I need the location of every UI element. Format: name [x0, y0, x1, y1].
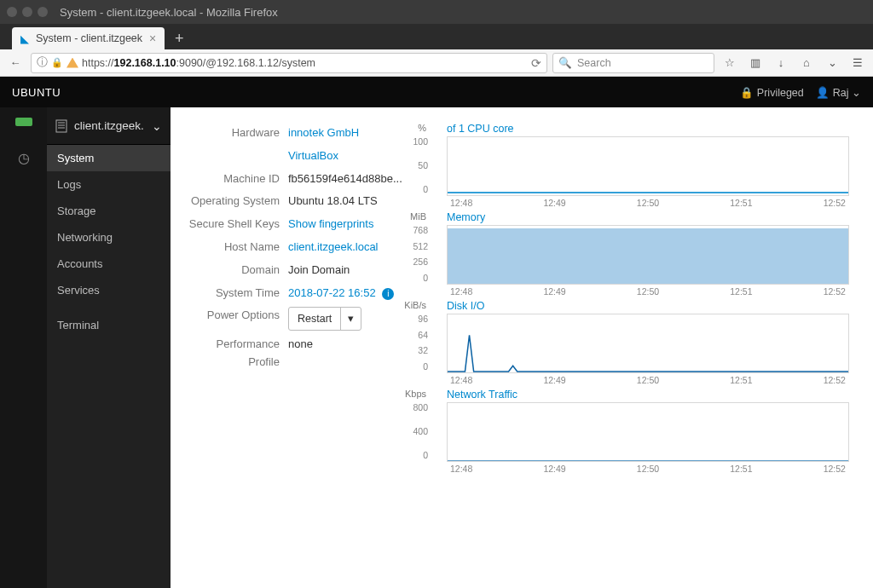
xtick: 12:49 — [543, 286, 565, 297]
network-series-line — [448, 460, 848, 462]
ytick: 800 — [409, 402, 428, 412]
content-area: Hardware innotek GmbH VirtualBox Machine… — [171, 107, 873, 588]
window-title: System - client.itzgeek.local - Mozilla … — [60, 6, 278, 19]
chart-disk-plot[interactable] — [447, 314, 849, 373]
label-hostname: Host Name — [188, 239, 288, 257]
chart-memory: MiB Memory 768 512 256 0 12:48 12:49 12:… — [430, 213, 849, 297]
power-options-dropdown[interactable]: ▾ — [340, 308, 361, 330]
user-icon: 👤 — [816, 87, 830, 99]
chart-network-title[interactable]: Network Traffic — [447, 389, 517, 401]
bookmark-star-icon[interactable]: ☆ — [720, 53, 740, 73]
menu-icon[interactable]: ☰ — [847, 53, 868, 73]
chart-memory-unit: MiB — [404, 211, 426, 222]
lock-icon: 🔒 — [51, 57, 63, 68]
nav-system[interactable]: System — [47, 145, 171, 171]
ytick: 768 — [409, 225, 428, 235]
tab-close-button[interactable]: × — [149, 32, 156, 44]
window-minimize-button[interactable] — [22, 7, 32, 17]
xtick: 12:50 — [637, 286, 659, 297]
nav-logs[interactable]: Logs — [47, 171, 171, 198]
value-domain[interactable]: Join Domain — [288, 262, 350, 280]
chart-disk: KiB/s Disk I/O 96 64 32 0 12:48 — [430, 302, 849, 385]
chevron-down-icon: ⌄ — [152, 119, 162, 133]
value-virtualbox[interactable]: VirtualBox — [288, 147, 338, 165]
chart-cpu-title[interactable]: of 1 CPU core — [447, 123, 514, 135]
host-icon-column: ◷ — [0, 107, 47, 588]
chart-disk-title[interactable]: Disk I/O — [447, 300, 484, 312]
xtick: 12:49 — [543, 375, 565, 385]
ytick: 512 — [409, 241, 428, 251]
nav-services[interactable]: Services — [47, 277, 171, 303]
chart-cpu-yaxis: 100 50 0 — [409, 136, 428, 194]
cockpit-topbar: UBUNTU 🔒Privileged 👤Raj ⌄ — [0, 77, 873, 107]
window-controls — [7, 7, 48, 17]
library-icon[interactable]: ▥ — [745, 53, 766, 73]
ytick: 96 — [409, 314, 428, 324]
value-machine-id: fb56159f4e614d88be... — [288, 170, 402, 188]
chart-network-xaxis: 12:48 12:49 12:50 12:51 12:52 — [447, 462, 849, 474]
host-name: client.itzgeek.... — [74, 119, 145, 132]
ytick: 400 — [409, 426, 428, 436]
chart-disk-xaxis: 12:48 12:49 12:50 12:51 12:52 — [447, 373, 849, 385]
chart-memory-yaxis: 768 512 256 0 — [409, 225, 428, 283]
systime-text: 2018-07-22 16:52 — [288, 286, 376, 299]
downloads-icon[interactable]: ↓ — [771, 53, 791, 73]
label-os: Operating System — [188, 193, 288, 210]
reload-button[interactable]: ⟳ — [531, 56, 541, 70]
url-scheme: https:// — [82, 57, 114, 69]
home-icon[interactable]: ⌂ — [796, 53, 817, 73]
xtick: 12:50 — [637, 464, 659, 474]
xtick: 12:48 — [450, 198, 472, 208]
xtick: 12:48 — [450, 464, 472, 474]
back-button[interactable]: ← — [5, 53, 26, 73]
xtick: 12:50 — [637, 198, 659, 208]
host-picker[interactable]: client.itzgeek.... ⌄ — [47, 107, 171, 145]
xtick: 12:52 — [824, 198, 846, 208]
chart-network-unit: Kbps — [404, 389, 426, 399]
privileged-label: Privileged — [757, 87, 804, 99]
value-systime[interactable]: 2018-07-22 16:52 i — [288, 285, 394, 303]
system-info-table: Hardware innotek GmbH VirtualBox Machine… — [188, 124, 409, 579]
url-path: :9090/@192.168.1.12/system — [176, 57, 316, 69]
nav-accounts[interactable]: Accounts — [47, 251, 171, 277]
info-icon[interactable]: ⓘ — [37, 55, 48, 70]
nav-storage[interactable]: Storage — [47, 198, 171, 224]
nav-terminal[interactable]: Terminal — [47, 312, 171, 338]
chart-disk-yaxis: 96 64 32 0 — [409, 314, 428, 372]
url-host: 192.168.1.10 — [114, 57, 176, 69]
chart-disk-unit: KiB/s — [404, 300, 426, 310]
xtick: 12:49 — [543, 464, 565, 474]
window-maximize-button[interactable] — [38, 7, 48, 17]
nav-networking[interactable]: Networking — [47, 224, 171, 251]
server-icon[interactable] — [15, 118, 32, 126]
user-menu[interactable]: 👤Raj ⌄ — [816, 86, 861, 99]
dashboard-icon[interactable]: ◷ — [18, 150, 30, 166]
restart-label: Restart — [289, 308, 340, 330]
ytick: 0 — [409, 361, 428, 372]
search-box[interactable]: 🔍 Search — [552, 53, 714, 73]
power-options-button[interactable]: Restart ▾ — [288, 307, 361, 331]
chart-memory-plot[interactable] — [447, 225, 849, 285]
xtick: 12:51 — [730, 375, 752, 385]
value-perf: none — [288, 336, 313, 372]
url-bar[interactable]: ⓘ 🔒 https://192.168.1.10:9090/@192.168.1… — [31, 53, 547, 73]
cockpit-brand: UBUNTU — [12, 86, 61, 99]
chart-memory-title[interactable]: Memory — [447, 211, 485, 223]
tab-title: System - client.itzgeek — [36, 32, 142, 44]
url-text: https://192.168.1.10:9090/@192.168.1.12/… — [82, 57, 315, 69]
xtick: 12:52 — [824, 464, 846, 474]
ytick: 0 — [409, 450, 428, 460]
value-hostname[interactable]: client.itzgeek.local — [288, 239, 379, 257]
label-systime: System Time — [188, 285, 288, 303]
pocket-icon[interactable]: ⌄ — [822, 53, 842, 73]
xtick: 12:51 — [730, 286, 752, 297]
browser-tab[interactable]: ◣ System - client.itzgeek × — [12, 27, 165, 49]
browser-tabstrip: ◣ System - client.itzgeek × + — [0, 24, 873, 49]
value-ssh[interactable]: Show fingerprints — [288, 216, 373, 233]
value-hardware[interactable]: innotek GmbH — [288, 124, 359, 142]
window-close-button[interactable] — [7, 7, 17, 17]
privileged-indicator[interactable]: 🔒Privileged — [740, 86, 804, 99]
chart-network-plot[interactable] — [447, 402, 849, 462]
chart-cpu-plot[interactable] — [447, 136, 849, 196]
new-tab-button[interactable]: + — [170, 29, 188, 48]
